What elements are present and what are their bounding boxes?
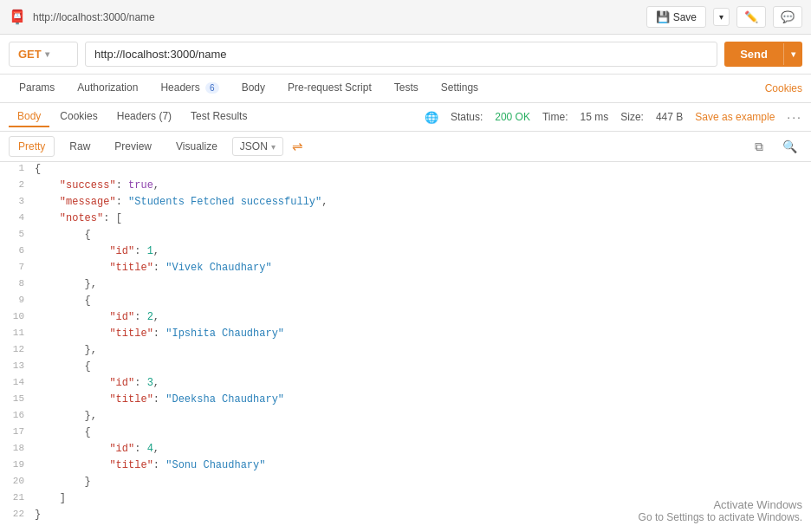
table-row: 2 "success": true, (0, 178, 811, 195)
fmt-tab-visualize[interactable]: Visualize (166, 136, 227, 157)
table-row: 16 }, (0, 409, 811, 425)
line-number: 17 (0, 425, 35, 437)
save-example-link[interactable]: Save as example (695, 111, 775, 123)
tab-headers[interactable]: Headers 6 (150, 75, 229, 102)
table-row: 14 "id": 3, (0, 376, 811, 393)
copy-icon[interactable]: ⧉ (749, 138, 769, 156)
tab-authorization[interactable]: Authorization (67, 75, 148, 102)
json-label: JSON (240, 140, 268, 152)
comment-icon-button[interactable]: 💬 (773, 6, 802, 28)
table-row: 19 "title": "Sonu Chaudhary" (0, 458, 811, 475)
tab-tests[interactable]: Tests (384, 75, 429, 102)
line-content: "id": 4, (35, 442, 811, 455)
filter-icon[interactable]: ⇌ (289, 137, 307, 156)
send-arrow-icon[interactable]: ▾ (783, 43, 802, 65)
line-number: 19 (0, 458, 35, 470)
save-dropdown-button[interactable]: ▾ (713, 8, 730, 26)
method-arrow-icon: ▾ (45, 49, 49, 59)
app-icon: 📮 (9, 9, 26, 25)
send-button[interactable]: Send ▾ (724, 42, 802, 67)
line-number: 8 (0, 277, 35, 289)
more-options-icon[interactable]: ··· (787, 110, 802, 124)
table-row: 18 "id": 4, (0, 442, 811, 458)
time-label: Time: (542, 111, 568, 123)
line-number: 16 (0, 409, 35, 420)
line-content: } (35, 475, 811, 488)
line-number: 6 (0, 244, 35, 256)
tab-params[interactable]: Params (9, 75, 65, 102)
line-content: "id": 1, (35, 244, 811, 257)
tab-settings[interactable]: Settings (431, 75, 489, 102)
table-row: 10 "id": 2, (0, 310, 811, 327)
line-number: 11 (0, 327, 35, 338)
line-content: "title": "Deeksha Chaudhary" (35, 393, 811, 405)
line-content: "message": "Students Fetched successfull… (35, 195, 811, 208)
resp-tab-body[interactable]: Body (9, 107, 49, 127)
line-number: 21 (0, 491, 35, 503)
url-input[interactable] (85, 42, 717, 67)
line-number: 22 (0, 508, 35, 519)
json-format-select[interactable]: JSON ▾ (232, 137, 283, 156)
resp-tab-test-results[interactable]: Test Results (182, 107, 256, 127)
line-number: 1 (0, 162, 35, 173)
table-row: 15 "title": "Deeksha Chaudhary" (0, 393, 811, 409)
size-value: 447 B (656, 111, 683, 123)
line-number: 20 (0, 475, 35, 486)
table-row: 21 ] (0, 491, 811, 508)
line-number: 9 (0, 294, 35, 305)
request-tabs: Params Authorization Headers 6 Body Pre-… (0, 75, 811, 103)
fmt-tab-preview[interactable]: Preview (105, 136, 161, 157)
line-number: 2 (0, 178, 35, 190)
save-button[interactable]: 💾 Save (646, 6, 706, 28)
tab-pre-request[interactable]: Pre-request Script (277, 75, 382, 102)
url-bar: GET ▾ Send ▾ (0, 35, 811, 75)
edit-icon-button[interactable]: ✏️ (736, 6, 766, 28)
line-number: 14 (0, 376, 35, 387)
table-row: 6 "id": 1, (0, 244, 811, 261)
fmt-tab-pretty[interactable]: Pretty (9, 136, 55, 157)
resp-tab-headers[interactable]: Headers (7) (108, 107, 180, 127)
size-label: Size: (620, 111, 644, 123)
resp-tab-cookies[interactable]: Cookies (51, 107, 106, 127)
table-row: 5 { (0, 228, 811, 244)
line-number: 15 (0, 393, 35, 404)
table-row: 22} (0, 508, 811, 524)
response-tabs: Body Cookies Headers (7) Test Results 🌐 … (0, 103, 811, 132)
send-label: Send (724, 42, 783, 67)
search-icon[interactable]: 🔍 (777, 138, 802, 155)
globe-icon: 🌐 (425, 111, 438, 124)
line-content: "title": "Sonu Chaudhary" (35, 458, 811, 471)
line-content: { (35, 425, 811, 438)
code-area: 1{2 "success": true,3 "message": "Studen… (0, 162, 811, 532)
headers-badge: 6 (205, 82, 219, 94)
format-bar: Pretty Raw Preview Visualize JSON ▾ ⇌ ⧉ … (0, 132, 811, 162)
save-label: Save (673, 11, 697, 23)
line-content: }, (35, 343, 811, 356)
line-content: }, (35, 409, 811, 422)
json-arrow-icon: ▾ (271, 142, 276, 152)
line-content: ] (35, 491, 811, 504)
line-content: "id": 3, (35, 376, 811, 389)
method-select[interactable]: GET ▾ (9, 42, 78, 67)
fmt-tab-raw[interactable]: Raw (60, 136, 100, 157)
table-row: 11 "title": "Ipshita Chaudhary" (0, 327, 811, 343)
table-row: 17 { (0, 425, 811, 442)
line-number: 3 (0, 195, 35, 206)
line-number: 12 (0, 343, 35, 354)
line-number: 10 (0, 310, 35, 321)
line-content: { (35, 162, 811, 175)
line-content: "notes": [ (35, 211, 811, 224)
method-label: GET (18, 48, 42, 61)
cookies-link[interactable]: Cookies (765, 82, 802, 94)
status-value: 200 OK (495, 111, 530, 123)
line-content: "id": 2, (35, 310, 811, 323)
table-row: 4 "notes": [ (0, 211, 811, 228)
line-content: }, (35, 277, 811, 290)
tab-body[interactable]: Body (231, 75, 276, 102)
line-content: { (35, 360, 811, 373)
line-content: "title": "Vivek Chaudhary" (35, 261, 811, 274)
status-label: Status: (451, 111, 483, 123)
line-content: { (35, 294, 811, 307)
line-number: 4 (0, 211, 35, 223)
line-content: "success": true, (35, 178, 811, 191)
